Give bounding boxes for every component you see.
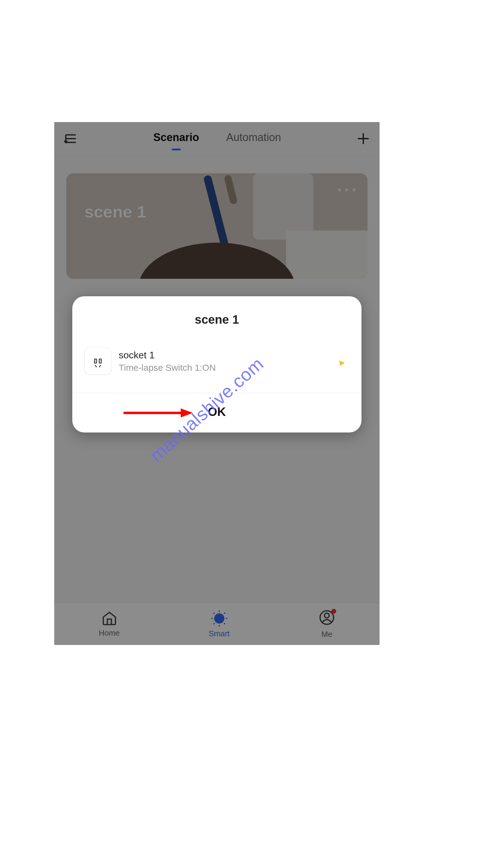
scene-modal: scene 1 socket 1 Time-lapse Switch 1:ON … [72, 296, 361, 433]
device-subtitle: Time-lapse Switch 1:ON [119, 363, 216, 373]
ok-button[interactable]: OK [72, 393, 361, 433]
socket-icon [84, 347, 111, 375]
device-row[interactable]: socket 1 Time-lapse Switch 1:ON [72, 338, 361, 393]
svg-rect-21 [99, 359, 101, 363]
device-name: socket 1 [119, 350, 216, 361]
ok-label: OK [208, 405, 226, 418]
svg-marker-23 [181, 408, 193, 417]
svg-rect-20 [95, 359, 97, 363]
device-text: socket 1 Time-lapse Switch 1:ON [119, 350, 216, 373]
phone-frame: Scenario Automation scene 1 [54, 122, 380, 645]
arrow-annotation-icon [124, 408, 193, 417]
modal-title: scene 1 [72, 296, 361, 338]
